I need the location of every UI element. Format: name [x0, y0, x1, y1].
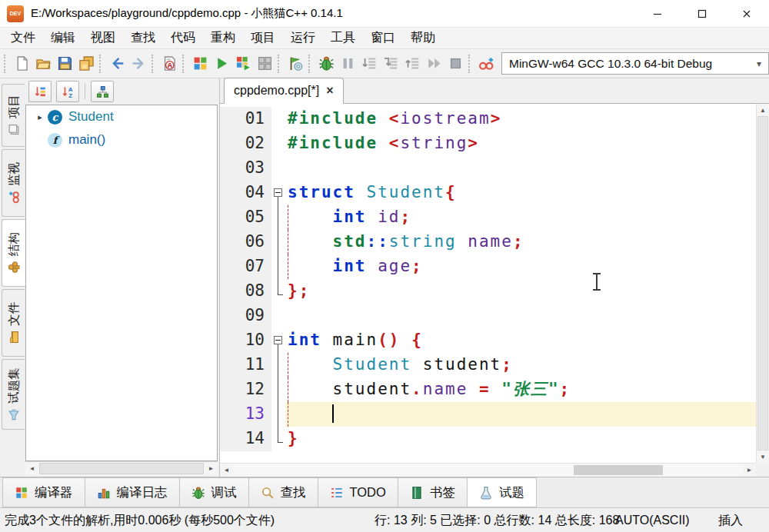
code-text[interactable]: std::string name; — [285, 230, 756, 254]
sidebar-tab-3[interactable]: 文件 — [2, 289, 25, 357]
line-number[interactable]: 09 — [220, 304, 271, 328]
code-line-10[interactable]: 10 int main() { — [220, 328, 756, 353]
menu-item-0[interactable]: 文件 — [3, 28, 43, 48]
editor-tab-cppdemo[interactable]: cppdemo.cpp[*] × — [224, 78, 344, 104]
code-line-06[interactable]: 06 std::string name; — [220, 230, 756, 254]
code-line-02[interactable]: 02 #include <string> — [220, 131, 756, 156]
new-file-button[interactable] — [11, 53, 32, 75]
menu-item-7[interactable]: 运行 — [283, 28, 323, 48]
code-text[interactable]: int age; — [285, 254, 756, 279]
scroll-up-icon[interactable]: ▲ — [757, 104, 769, 116]
structure-panel-hscrollbar[interactable]: ◄ ► — [25, 461, 218, 475]
editor-vscrollbar[interactable]: ▲ ▼ — [756, 104, 769, 463]
sidebar-tab-2[interactable]: 结构 — [2, 219, 25, 287]
code-line-04[interactable]: 04 struct Student{ — [220, 181, 756, 205]
scroll-down-icon[interactable]: ▼ — [757, 451, 769, 463]
code-text[interactable]: Student student; — [285, 353, 756, 377]
minimize-button[interactable] — [635, 0, 680, 27]
line-number[interactable]: 13 — [220, 402, 271, 427]
forward-button[interactable] — [128, 53, 149, 75]
rebuild-button[interactable] — [254, 53, 275, 75]
code-text[interactable] — [285, 304, 756, 328]
line-number[interactable]: 11 — [220, 353, 271, 377]
code-text[interactable] — [285, 156, 756, 181]
sort-alpha-button[interactable]: AZ — [56, 81, 79, 102]
scrollbar-track[interactable] — [38, 462, 205, 475]
line-number[interactable]: 12 — [220, 377, 271, 402]
bottom-tab-3[interactable]: 查找 — [248, 477, 318, 507]
code-text[interactable]: int main() { — [285, 328, 756, 353]
step-out-button[interactable] — [401, 53, 423, 75]
line-number[interactable]: 08 — [220, 279, 271, 304]
open-file-button[interactable] — [32, 53, 54, 75]
line-number[interactable]: 05 — [220, 205, 271, 230]
fold-collapse-icon[interactable] — [274, 336, 282, 344]
sort-by-type-button[interactable] — [28, 81, 52, 102]
menu-item-2[interactable]: 视图 — [83, 28, 123, 48]
code-text[interactable]: }; — [285, 279, 756, 304]
bottom-tab-1[interactable]: 编译日志 — [85, 477, 180, 507]
code-line-13[interactable]: 13 — [220, 402, 756, 427]
scroll-right-icon[interactable]: ► — [205, 462, 218, 475]
editor-hscrollbar[interactable]: ◄ ► — [220, 463, 756, 477]
code-text[interactable] — [285, 402, 756, 427]
debug-button[interactable] — [315, 53, 337, 75]
compile-run-button[interactable] — [232, 53, 254, 75]
menu-item-4[interactable]: 代码 — [163, 28, 203, 48]
bottom-tab-6[interactable]: 试题 — [467, 477, 537, 507]
save-button[interactable] — [54, 53, 75, 75]
scrollbar-track[interactable] — [233, 464, 743, 477]
line-number[interactable]: 01 — [220, 107, 271, 131]
bottom-tab-5[interactable]: 书签 — [398, 477, 468, 507]
code-text[interactable]: int id; — [285, 205, 756, 230]
menu-item-1[interactable]: 编辑 — [43, 28, 83, 48]
close-button[interactable] — [724, 0, 769, 27]
continue-button[interactable] — [423, 53, 444, 75]
add-watch-button[interactable] — [475, 53, 497, 75]
code-line-14[interactable]: 14 } — [220, 427, 756, 451]
compiler-set-dropdown[interactable]: MinGW-w64 GCC 10.3.0 64-bit Debug ▾ — [501, 52, 769, 75]
code-line-01[interactable]: 01 #include <iostream> — [220, 107, 756, 131]
code-text[interactable]: #include <iostream> — [285, 107, 756, 131]
sidebar-tab-0[interactable]: 项目 — [2, 84, 25, 147]
scroll-left-icon[interactable]: ◄ — [220, 464, 233, 477]
code-line-03[interactable]: 03 — [220, 156, 756, 181]
scroll-right-icon[interactable]: ► — [743, 464, 756, 477]
line-number[interactable]: 04 — [220, 181, 271, 205]
code-text[interactable]: struct Student{ — [285, 181, 756, 205]
sidebar-tab-4[interactable]: 试题集 — [2, 359, 25, 430]
menu-item-3[interactable]: 查找 — [123, 28, 163, 48]
code-line-08[interactable]: 08 }; — [220, 279, 756, 304]
line-number[interactable]: 14 — [220, 427, 271, 451]
fold-gutter[interactable] — [271, 328, 285, 353]
code-text[interactable]: student.name = "张三"; — [285, 377, 756, 402]
maximize-button[interactable] — [680, 0, 724, 27]
bottom-tab-2[interactable]: 调试 — [179, 477, 249, 507]
bottom-tab-4[interactable]: TODO — [318, 477, 398, 507]
step-into-button[interactable] — [380, 53, 401, 75]
tree-item-main[interactable]: f main() — [26, 128, 217, 151]
scrollbar-thumb[interactable] — [757, 116, 768, 451]
encoding-indicator[interactable]: AUTO(ASCII) — [615, 514, 690, 527]
menu-item-9[interactable]: 窗口 — [363, 28, 403, 48]
stop-button[interactable] — [444, 53, 466, 75]
scroll-left-icon[interactable]: ◄ — [25, 462, 38, 475]
code-line-05[interactable]: 05 int id; — [220, 205, 756, 230]
tree-item-Student[interactable]: ▸ c Student — [26, 105, 217, 128]
code-line-11[interactable]: 11 Student student; — [220, 353, 756, 377]
close-icon[interactable]: × — [326, 84, 333, 98]
menu-item-6[interactable]: 项目 — [243, 28, 283, 48]
pause-button[interactable] — [337, 53, 358, 75]
fold-gutter[interactable] — [271, 181, 285, 205]
code-line-09[interactable]: 09 — [220, 304, 756, 328]
line-number[interactable]: 06 — [220, 230, 271, 254]
compile-button[interactable] — [189, 53, 211, 75]
code-line-12[interactable]: 12 student.name = "张三"; — [220, 377, 756, 402]
check-syntax-button[interactable]: A — [158, 53, 180, 75]
sidebar-tab-1[interactable]: 监视 — [2, 149, 25, 217]
scrollbar-thumb[interactable] — [574, 465, 663, 475]
scrollbar-track[interactable] — [757, 116, 769, 451]
scrollbar-thumb[interactable] — [39, 463, 204, 474]
line-number[interactable]: 03 — [220, 156, 271, 181]
step-over-button[interactable] — [358, 53, 380, 75]
